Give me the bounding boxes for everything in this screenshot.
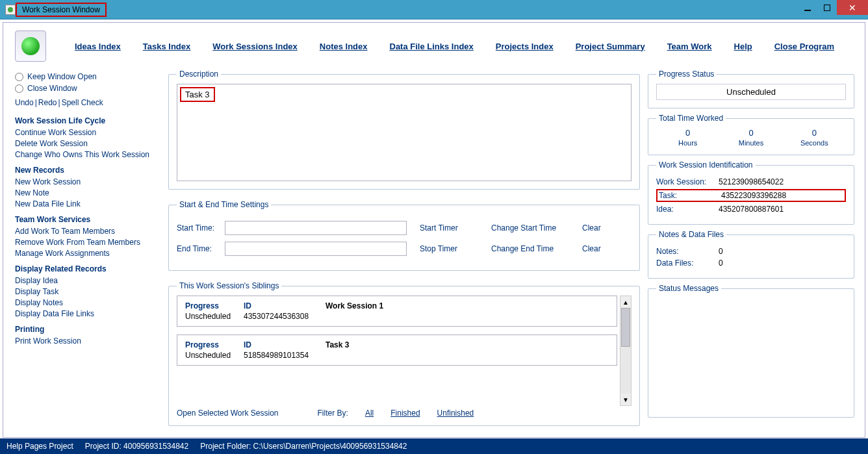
display-idea-link[interactable]: Display Idea <box>15 276 158 285</box>
titlebar: Work Session Window ✕ <box>0 0 868 19</box>
col-progress: Progress <box>185 301 244 310</box>
col-progress: Progress <box>185 340 244 349</box>
menu-project-summary[interactable]: Project Summary <box>576 42 645 51</box>
menu-team-work[interactable]: Team Work <box>667 42 712 51</box>
menu-ideas-index[interactable]: Ideas Index <box>75 42 121 51</box>
menu-close-program[interactable]: Close Program <box>774 42 834 51</box>
life-cycle-heading: Work Session Life Cycle <box>15 116 158 125</box>
status-project-id: Project ID: 400956931534842 <box>85 442 188 451</box>
stop-timer-link[interactable]: Stop Timer <box>420 244 491 253</box>
filter-by-label: Filter By: <box>318 409 348 418</box>
description-value: Task 3 <box>185 90 210 99</box>
spell-check-link[interactable]: Spell Check <box>62 98 103 107</box>
progress-status-legend: Progress Status <box>656 69 717 79</box>
ttw-legend: Total Time Worked <box>656 114 726 123</box>
window-title: Work Session Window <box>22 5 100 14</box>
remove-team-link[interactable]: Remove Work From Team Members <box>15 238 158 247</box>
minutes-label: Minutes <box>719 139 782 147</box>
new-work-session-link[interactable]: New Work Session <box>15 177 158 186</box>
display-notes-link[interactable]: Display Notes <box>15 298 158 307</box>
minimize-button[interactable] <box>798 0 817 15</box>
notes-count-value: 0 <box>719 247 723 256</box>
ws-id-value: 521239098654022 <box>719 177 784 186</box>
display-data-file-links-link[interactable]: Display Data File Links <box>15 309 158 318</box>
menu-notes-index[interactable]: Notes Index <box>320 42 368 51</box>
printing-heading: Printing <box>15 325 158 334</box>
total-time-worked-group: Total Time Worked 0Hours 0Minutes 0Secon… <box>648 114 854 155</box>
sibling-id: 435307244536308 <box>244 312 361 321</box>
task-id-label: Task: <box>659 191 721 200</box>
sibling-title: Work Session 1 <box>326 301 383 310</box>
new-records-heading: New Records <box>15 166 158 175</box>
siblings-group: This Work Session's Siblings ProgressIDW… <box>168 281 640 426</box>
ws-id-label: Work Session: <box>656 177 719 186</box>
right-panel: Progress Status Unscheduled Total Time W… <box>646 69 856 433</box>
manage-assignments-link[interactable]: Manage Work Assignments <box>15 249 158 258</box>
keep-window-open-label: Keep Window Open <box>27 72 97 81</box>
task-id-value: 435223093396288 <box>721 191 786 200</box>
scroll-down-icon[interactable]: ▼ <box>620 394 631 405</box>
print-work-session-link[interactable]: Print Work Session <box>15 336 158 346</box>
description-textarea[interactable]: Task 3 <box>177 84 632 181</box>
seconds-value: 0 <box>783 128 846 138</box>
status-help-pages[interactable]: Help Pages Project <box>6 442 73 451</box>
time-settings-legend: Start & End Time Settings <box>177 200 271 209</box>
redo-link[interactable]: Redo <box>38 98 57 107</box>
new-data-file-link[interactable]: New Data File Link <box>15 199 158 208</box>
sibling-progress: Unscheduled <box>185 351 244 360</box>
notes-files-legend: Notes & Data Files <box>656 230 726 239</box>
delete-work-session-link[interactable]: Delete Work Session <box>15 139 158 148</box>
menu-projects-index[interactable]: Projects Index <box>496 42 554 51</box>
continue-work-session-link[interactable]: Continue Work Session <box>15 128 158 137</box>
hours-label: Hours <box>656 139 719 147</box>
undo-link[interactable]: Undo <box>15 98 34 107</box>
end-time-input[interactable] <box>225 242 407 256</box>
menu-tasks-index[interactable]: Tasks Index <box>143 42 190 51</box>
start-time-input[interactable] <box>225 221 407 235</box>
scroll-up-icon[interactable]: ▲ <box>620 296 631 308</box>
filter-all-link[interactable]: All <box>365 409 374 418</box>
seconds-label: Seconds <box>783 139 846 147</box>
center-panel: Description Task 3 Start & End Time Sett… <box>162 69 646 433</box>
keep-window-open-radio[interactable]: Keep Window Open <box>15 72 158 81</box>
sibling-progress: Unscheduled <box>185 312 244 321</box>
sibling-id: 518584989101354 <box>244 351 361 360</box>
sibling-item[interactable]: ProgressIDWork Session 1 Unscheduled4353… <box>177 296 617 327</box>
identification-legend: Work Session Identification <box>656 160 756 170</box>
description-legend: Description <box>177 69 221 79</box>
siblings-scrollbar[interactable]: ▲ ▼ <box>620 296 632 406</box>
team-work-heading: Team Work Services <box>15 215 158 224</box>
menu-data-file-links-index[interactable]: Data File Links Index <box>390 42 474 51</box>
hours-value: 0 <box>656 128 719 138</box>
menu-work-sessions-index[interactable]: Work Sessions Index <box>212 42 298 51</box>
notes-count-label: Notes: <box>656 247 719 256</box>
svg-point-0 <box>8 7 13 12</box>
display-task-link[interactable]: Display Task <box>15 287 158 296</box>
start-time-label: Start Time: <box>177 223 225 233</box>
left-sidebar: Keep Window Open Close Window Undo|Redo|… <box>12 69 162 433</box>
clear-start-link[interactable]: Clear <box>582 223 601 233</box>
filter-unfinished-link[interactable]: Unfinished <box>437 409 474 418</box>
change-owner-link[interactable]: Change Who Owns This Work Session <box>15 150 158 159</box>
maximize-button[interactable] <box>817 0 837 15</box>
menu-help[interactable]: Help <box>734 42 752 51</box>
title-highlight: Work Session Window <box>16 3 107 17</box>
idea-id-label: Idea: <box>656 205 719 214</box>
description-group: Description Task 3 <box>168 69 640 190</box>
identification-group: Work Session Identification Work Session… <box>648 160 854 225</box>
change-start-time-link[interactable]: Change Start Time <box>491 223 582 233</box>
sibling-item[interactable]: ProgressIDTask 3 Unscheduled518584989101… <box>177 334 617 366</box>
scroll-thumb[interactable] <box>621 308 630 347</box>
status-messages-legend: Status Messages <box>656 284 721 293</box>
start-timer-link[interactable]: Start Timer <box>420 223 491 233</box>
close-window-radio[interactable]: Close Window <box>15 84 158 93</box>
clear-end-link[interactable]: Clear <box>582 244 601 253</box>
new-note-link[interactable]: New Note <box>15 188 158 197</box>
filter-finished-link[interactable]: Finished <box>390 409 420 418</box>
sibling-title: Task 3 <box>326 340 349 349</box>
description-highlight: Task 3 <box>180 87 215 102</box>
close-button[interactable]: ✕ <box>837 0 868 15</box>
open-selected-link[interactable]: Open Selected Work Session <box>177 409 279 418</box>
change-end-time-link[interactable]: Change End Time <box>491 244 582 253</box>
add-team-link[interactable]: Add Work To Team Members <box>15 227 158 236</box>
